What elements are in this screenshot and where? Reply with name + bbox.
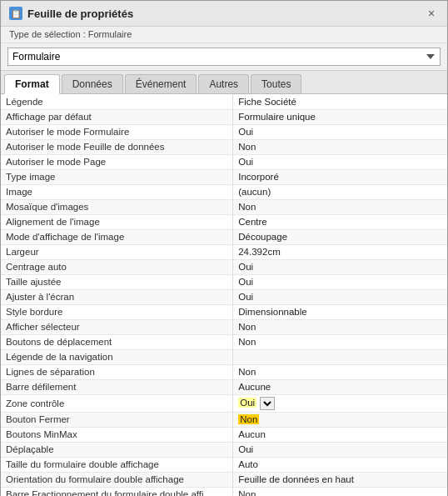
property-name: Afficher sélecteur [1, 319, 233, 334]
property-value: Incorporé [233, 169, 447, 184]
table-row: DéplaçableOui [1, 442, 447, 457]
dropdown-row: Formulaire [1, 43, 447, 71]
property-value: Auto [233, 457, 447, 472]
property-value: Formulaire unique [233, 109, 447, 124]
property-name: Taille ajustée [1, 274, 233, 289]
selection-dropdown[interactable]: Formulaire [7, 48, 441, 66]
subtitle-bar: Type de sélection : Formulaire [1, 27, 447, 43]
table-row: Boutons de déplacementNon [1, 334, 447, 349]
property-name: Déplaçable [1, 442, 233, 457]
table-row: Autoriser le mode Feuille de donnéesNon [1, 139, 447, 154]
property-name: Alignement de l'image [1, 214, 233, 229]
property-value: Oui [233, 274, 447, 289]
property-name: Taille du formulaire double affichage [1, 457, 233, 472]
table-row: Image(aucun) [1, 184, 447, 199]
table-row: Lignes de séparationNon [1, 364, 447, 379]
table-row: Barre Fractionnement du formulaire doubl… [1, 487, 447, 496]
property-name: Orientation du formulaire double afficha… [1, 472, 233, 487]
property-value: Oui [233, 154, 447, 169]
table-row: Barre défilementAucune [1, 379, 447, 394]
property-name: Boutons MinMax [1, 427, 233, 442]
table-row: Bouton FermerNon [1, 412, 447, 427]
property-name: Affichage par défaut [1, 109, 233, 124]
property-name: Zone contrôle [1, 394, 233, 412]
property-value: Non [233, 412, 447, 427]
property-name: Autoriser le mode Feuille de données [1, 139, 233, 154]
property-name: Style bordure [1, 304, 233, 319]
property-name: Barre Fractionnement du formulaire doubl… [1, 487, 233, 496]
tab-donnees[interactable]: Données [62, 74, 123, 93]
subtitle-label: Type de sélection : [9, 29, 88, 39]
title-bar: 📋 Feuille de propriétés × [1, 1, 447, 27]
value-dropdown[interactable]: Oui [260, 397, 275, 410]
table-row: Taille du formulaire double affichageAut… [1, 457, 447, 472]
table-row: Autoriser le mode PageOui [1, 154, 447, 169]
tab-evenement[interactable]: Événement [125, 74, 197, 93]
table-row: Type imageIncorporé [1, 169, 447, 184]
property-name: Mosaïque d'images [1, 199, 233, 214]
property-value: Oui [233, 289, 447, 304]
property-value: 24.392cm [233, 244, 447, 259]
table-row: Mosaïque d'imagesNon [1, 199, 447, 214]
property-name: Ajuster à l'écran [1, 289, 233, 304]
property-name: Autoriser le mode Page [1, 154, 233, 169]
property-name: Barre défilement [1, 379, 233, 394]
properties-table-container: LégendeFiche SociétéAffichage par défaut… [1, 94, 447, 496]
property-name: Légende [1, 94, 233, 109]
title-bar-left: 📋 Feuille de propriétés [9, 7, 133, 20]
table-row: Largeur24.392cm [1, 244, 447, 259]
property-value: Oui [233, 124, 447, 139]
table-row: Centrage autoOui [1, 259, 447, 274]
highlight-yes-badge: Oui [238, 398, 256, 408]
property-name: Type image [1, 169, 233, 184]
property-value: Découpage [233, 229, 447, 244]
tab-autres[interactable]: Autres [198, 74, 249, 93]
table-row: Style bordureDimensionnable [1, 304, 447, 319]
property-name: Bouton Fermer [1, 412, 233, 427]
table-row: Ajuster à l'écranOui [1, 289, 447, 304]
property-value [233, 349, 447, 364]
properties-table: LégendeFiche SociétéAffichage par défaut… [1, 94, 447, 496]
property-value: Non [233, 334, 447, 349]
property-value: Non [233, 364, 447, 379]
property-value: Non [233, 199, 447, 214]
properties-window: 📋 Feuille de propriétés × Type de sélect… [0, 0, 448, 496]
property-value: Oui [233, 259, 447, 274]
table-row: Orientation du formulaire double afficha… [1, 472, 447, 487]
property-name: Lignes de séparation [1, 364, 233, 379]
table-row: Zone contrôleOuiOui [1, 394, 447, 412]
tab-format[interactable]: Format [4, 74, 60, 94]
property-value: Fiche Société [233, 94, 447, 109]
table-row: Affichage par défautFormulaire unique [1, 109, 447, 124]
table-row: Taille ajustéeOui [1, 274, 447, 289]
property-name: Largeur [1, 244, 233, 259]
table-row: Alignement de l'imageCentre [1, 214, 447, 229]
tabs-bar: Format Données Événement Autres Toutes [1, 71, 447, 94]
property-value: Oui [233, 442, 447, 457]
property-value: Aucune [233, 379, 447, 394]
table-row: Autoriser le mode FormulaireOui [1, 124, 447, 139]
property-value: Dimensionnable [233, 304, 447, 319]
window-title: Feuille de propriétés [27, 8, 133, 20]
close-button[interactable]: × [424, 6, 439, 21]
table-row: Boutons MinMaxAucun [1, 427, 447, 442]
property-value: Aucun [233, 427, 447, 442]
property-name: Mode d'affichage de l'image [1, 229, 233, 244]
property-value: (aucun) [233, 184, 447, 199]
highlight-no-badge: Non [238, 414, 259, 424]
table-row: Afficher sélecteurNon [1, 319, 447, 334]
property-name: Centrage auto [1, 259, 233, 274]
window-icon: 📋 [9, 7, 22, 20]
property-value: Non [233, 319, 447, 334]
subtitle-value: Formulaire [88, 29, 132, 39]
property-value: OuiOui [233, 394, 447, 412]
property-name: Légende de la navigation [1, 349, 233, 364]
property-name: Boutons de déplacement [1, 334, 233, 349]
table-row: LégendeFiche Société [1, 94, 447, 109]
property-value: Non [233, 139, 447, 154]
property-name: Image [1, 184, 233, 199]
property-value: Centre [233, 214, 447, 229]
property-value: Non [233, 487, 447, 496]
property-value: Feuille de données en haut [233, 472, 447, 487]
tab-toutes[interactable]: Toutes [251, 74, 301, 93]
